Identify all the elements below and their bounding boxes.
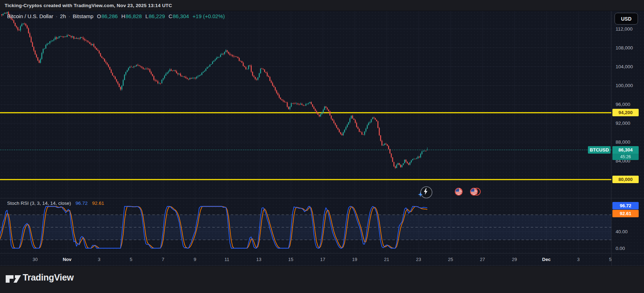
time-tick: Dec [542, 257, 551, 262]
time-tick: 3 [577, 257, 579, 262]
indicator-tick: 40.00 [616, 229, 628, 234]
separator-dot: · [69, 13, 70, 19]
tradingview-snapshot: Bitcoin / U.S. Dollar · 2h · Bitstamp O8… [0, 0, 644, 293]
tradingview-wordmark[interactable]: TradingView [23, 272, 74, 283]
ohlc-field: O86,286 [97, 13, 118, 19]
time-tick: 11 [224, 257, 229, 262]
time-tick: Nov [63, 257, 72, 262]
price-tick: 100,000 [616, 83, 633, 88]
time-tick: 5 [609, 257, 611, 262]
last-price-value: 86,304 [612, 146, 639, 154]
lightning-event-icon[interactable] [420, 186, 432, 198]
flag-canton [455, 188, 459, 192]
stoch-k-axis-label: 96.72 [612, 202, 639, 209]
price-tick: 112,000 [616, 26, 633, 32]
time-tick: 9 [193, 257, 196, 262]
us-economic-event-icon[interactable] [470, 188, 478, 196]
time-tick: 15 [288, 257, 293, 262]
price-tick: 88,000 [616, 139, 630, 145]
stoch-d-axis-label: 92.61 [612, 210, 639, 217]
time-tick: 3 [98, 257, 100, 262]
symbol-header: Bitcoin / U.S. Dollar · 2h · Bitstamp O8… [7, 13, 225, 19]
price-tick: 108,000 [616, 45, 633, 50]
ohlc-readout: O86,286H86,828L86,229C86,304 [93, 13, 189, 19]
price-tick: 104,000 [616, 64, 633, 69]
time-tick: 19 [352, 257, 357, 262]
indicator-k-value: 96.72 [76, 201, 88, 206]
time-tick: 17 [320, 257, 325, 262]
bar-close-countdown: 45:26 [612, 154, 639, 160]
separator-dot: · [56, 13, 58, 19]
watermark-bar [0, 266, 644, 293]
flag-canton [471, 188, 474, 192]
time-tick: 23 [416, 257, 421, 262]
time-tick: 30 [33, 257, 38, 262]
last-price-label: 86,304 45:26 [612, 146, 639, 160]
ohlc-field: L86,229 [145, 13, 165, 19]
snapshot-title-bar: Ticking-Cryptos created with TradingView… [0, 0, 644, 11]
us-economic-event-icon[interactable] [455, 188, 463, 196]
time-tick: 7 [162, 257, 164, 262]
tradingview-logo-icon[interactable] [5, 275, 22, 283]
time-tick: 25 [448, 257, 453, 262]
time-tick: 29 [512, 257, 517, 262]
indicator-tick: 0.00 [616, 246, 625, 251]
change-readout: +19 (+0.02%) [192, 13, 225, 19]
time-tick: 27 [480, 257, 485, 262]
blue-sparkle-icon [418, 192, 423, 197]
ohlc-field: C86,304 [169, 13, 189, 19]
resistance-price-label: 94,200 [612, 109, 639, 116]
currency-toggle-button[interactable]: USD [615, 13, 638, 25]
ohlc-field: H86,828 [121, 13, 142, 19]
price-tick: 92,000 [616, 121, 630, 126]
time-tick: 13 [256, 257, 261, 262]
indicator-title[interactable]: Stoch RSI (3, 3, 14, 14, close) 96.72 92… [7, 201, 104, 206]
chart-region: Bitcoin / U.S. Dollar · 2h · Bitstamp O8… [0, 0, 644, 293]
support-price-label: 80,000 [612, 176, 639, 183]
indicator-d-value: 92.61 [92, 201, 104, 206]
symbol-price-tag: BTCUSD [588, 146, 611, 154]
exchange-label: Bitstamp [73, 13, 93, 19]
price-tick: 96,000 [616, 102, 630, 107]
time-tick: 21 [384, 257, 389, 262]
indicator-name: Stoch RSI (3, 3, 14, 14, close) [7, 201, 71, 206]
symbol-name[interactable]: Bitcoin / U.S. Dollar [7, 13, 53, 19]
snapshot-title: Ticking-Cryptos created with TradingView… [5, 3, 172, 8]
interval-label[interactable]: 2h [60, 13, 66, 19]
time-tick: 5 [130, 257, 132, 262]
